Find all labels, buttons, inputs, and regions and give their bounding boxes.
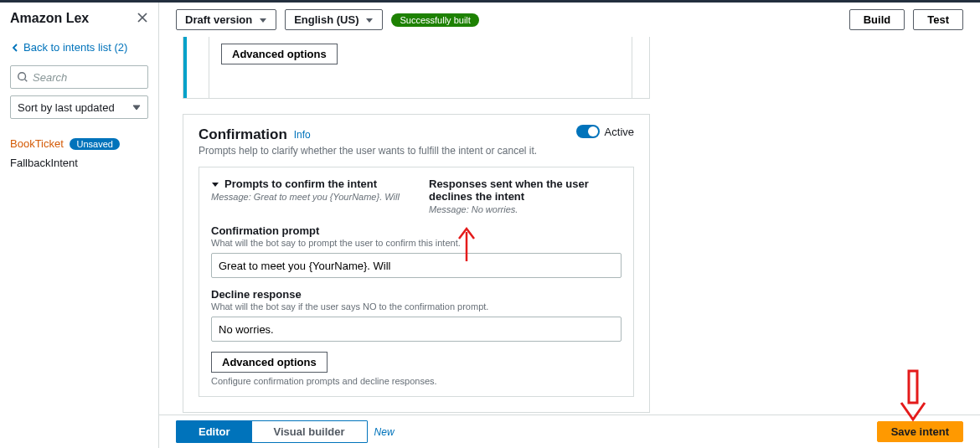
advanced-options-button[interactable]: Advanced options — [211, 352, 328, 373]
sort-select[interactable]: Sort by last updated — [10, 95, 148, 119]
back-label: Back to intents list (2) — [23, 41, 127, 54]
build-button[interactable]: Build — [849, 9, 905, 30]
close-icon[interactable] — [137, 12, 148, 26]
decline-response-input[interactable] — [211, 317, 622, 342]
sort-label: Sort by last updated — [18, 101, 115, 114]
unsaved-badge: Unsaved — [70, 138, 119, 150]
svg-point-2 — [18, 73, 26, 80]
prev-card-partial: Advanced options — [183, 37, 650, 99]
conf-prompt-label: Confirmation prompt — [211, 224, 622, 237]
svg-marker-7 — [212, 183, 219, 187]
back-to-intents-link[interactable]: Back to intents list (2) — [10, 38, 148, 65]
confirmation-desc: Prompts help to clarify whether the user… — [199, 145, 634, 157]
svg-marker-5 — [260, 18, 266, 23]
sidebar: Amazon Lex Back to intents list (2) Sort… — [0, 3, 159, 448]
save-intent-button[interactable]: Save intent — [877, 421, 963, 442]
app-title: Amazon Lex — [10, 11, 89, 26]
language-dropdown[interactable]: English (US) — [285, 9, 383, 30]
search-input[interactable] — [10, 65, 148, 89]
prompts-msg-preview: Message: Great to meet you {YourName}. W… — [211, 192, 404, 202]
chevron-down-icon — [132, 103, 141, 111]
confirmation-card: Confirmation Info Prompts help to clarif… — [183, 114, 650, 413]
version-label: Draft version — [185, 13, 252, 26]
intent-name: BookTicket — [10, 137, 64, 150]
svg-line-3 — [25, 80, 28, 82]
version-dropdown[interactable]: Draft version — [176, 9, 276, 30]
active-label: Active — [605, 126, 634, 138]
adv-help: Configure confirmation prompts and decli… — [211, 376, 622, 386]
header-bar: Draft version English (US) Successfully … — [159, 3, 980, 37]
decl-help: What will the bot say if the user says N… — [211, 301, 622, 312]
visual-builder-tab[interactable]: Visual builder — [252, 421, 367, 442]
view-mode-segment: Editor Visual builder — [176, 420, 368, 443]
decline-head: Responses sent when the user declines th… — [429, 178, 622, 203]
svg-marker-4 — [133, 106, 140, 110]
svg-marker-6 — [366, 18, 373, 23]
new-badge: New — [374, 426, 395, 438]
search-icon — [17, 71, 28, 83]
caret-down-icon — [259, 16, 267, 24]
confirmation-title: Confirmation — [199, 126, 287, 143]
conf-prompt-help: What will the bot say to prompt the user… — [211, 238, 622, 248]
footer-bar: Editor Visual builder New Save intent — [159, 415, 980, 448]
confirmation-active-toggle[interactable] — [576, 125, 600, 138]
test-button[interactable]: Test — [913, 9, 963, 30]
prompts-expand[interactable]: Prompts to confirm the intent — [211, 178, 404, 190]
editor-tab[interactable]: Editor — [177, 421, 252, 442]
confirmation-subcard: Prompts to confirm the intent Message: G… — [199, 167, 634, 397]
caret-down-icon — [365, 16, 374, 24]
build-status-badge: Successfully built — [391, 13, 478, 27]
intent-name: FallbackIntent — [10, 157, 78, 169]
confirmation-prompt-input[interactable] — [211, 253, 622, 278]
info-link[interactable]: Info — [294, 129, 311, 141]
intent-item-fallback[interactable]: FallbackIntent — [10, 153, 148, 173]
intent-list: BookTicket Unsaved FallbackIntent — [10, 134, 148, 173]
intent-item-bookticket[interactable]: BookTicket Unsaved — [10, 134, 148, 153]
language-label: English (US) — [294, 13, 358, 26]
chevron-left-icon — [10, 43, 20, 53]
prompts-head: Prompts to confirm the intent — [224, 178, 377, 190]
decline-msg-preview: Message: No worries. — [429, 204, 622, 214]
caret-down-icon — [211, 180, 219, 188]
advanced-options-button[interactable]: Advanced options — [221, 44, 338, 64]
decl-label: Decline response — [211, 288, 622, 301]
